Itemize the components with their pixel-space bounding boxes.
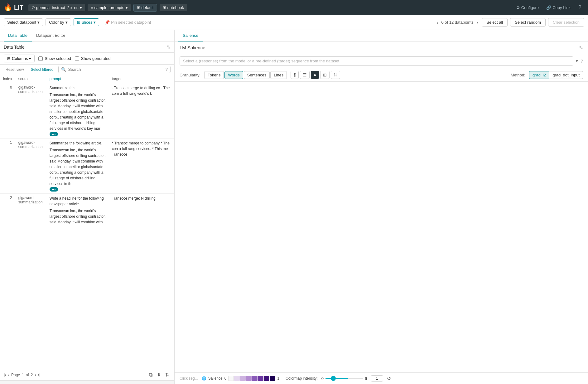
pin-datapoint-btn[interactable]: 📌 Pin selected datapoint <box>102 19 154 26</box>
dt-header: Data Table ⤡ <box>0 41 174 53</box>
select-filtered-btn[interactable]: Select filtered <box>28 66 56 73</box>
model-icon: ⊙ <box>31 5 35 10</box>
last-page-btn[interactable]: ›| <box>38 372 41 377</box>
show-generated-text: Show generated <box>81 56 111 61</box>
more-btn[interactable]: ••• <box>50 187 58 192</box>
salience-sequence-select[interactable]: Select a (response) from the model or a … <box>180 56 573 66</box>
salience-expand-btn[interactable]: ⤡ <box>579 45 583 51</box>
table-row[interactable]: 0 gigaword-summarization Summarize this.… <box>0 83 174 139</box>
flame-icon: 🔥 <box>4 3 12 12</box>
select-datapoint-btn[interactable]: Select datapoint ▾ <box>4 18 43 26</box>
col-header-source[interactable]: source <box>15 75 46 83</box>
gran-lines-btn[interactable]: Lines <box>270 71 287 79</box>
tab-data-table-label: Data Table <box>8 33 27 38</box>
nav-count-text: 0 of 12 datapoints <box>441 20 473 25</box>
show-generated-checkbox[interactable] <box>75 56 79 61</box>
select-all-label: Select all <box>486 20 503 25</box>
gran-tokens-btn[interactable]: Tokens <box>204 71 224 79</box>
salience-select-row: Select a (response) from the model or a … <box>175 54 588 68</box>
prompt-main: Write a headline for the following newsp… <box>50 196 106 207</box>
col-header-index[interactable]: index <box>0 75 15 83</box>
scale-box-2 <box>240 376 246 381</box>
download-table-btn[interactable]: ⬇ <box>156 371 162 378</box>
col-header-target[interactable]: target <box>109 75 174 83</box>
scale-box-4 <box>252 376 258 381</box>
show-selected-label[interactable]: Show selected <box>38 56 71 61</box>
table-scroll-btn[interactable]: ⇅ <box>164 371 171 378</box>
columns-btn[interactable]: ⊞ Columns ▾ <box>4 55 35 62</box>
tab-salience[interactable]: Salience <box>178 30 203 41</box>
method-grad-dot-input-btn[interactable]: grad_dot_input <box>549 71 583 79</box>
gran-sentences-btn[interactable]: Sentences <box>244 71 270 79</box>
copy-table-btn[interactable]: ⧉ <box>148 372 154 378</box>
gran-display-icons: ¶ ☰ ● ⊞ ⇅ <box>291 71 340 79</box>
dataset-selector[interactable]: ≡ sample_prompts ▾ <box>88 4 131 11</box>
cell-target: * Transoc merge to company * The con a f… <box>109 139 174 194</box>
select-random-btn[interactable]: Select random <box>510 18 546 27</box>
display-para-btn[interactable]: ¶ <box>291 71 299 79</box>
tab-datapoint-editor[interactable]: Datapoint Editor <box>32 30 70 41</box>
display-grid-btn[interactable]: ⊞ <box>320 71 330 79</box>
configure-label: Configure <box>521 5 539 10</box>
prompt-detail: Transocean inc., the world's largest off… <box>50 147 106 187</box>
next-datapoint-btn[interactable]: › <box>475 19 480 26</box>
search-input[interactable] <box>68 67 163 72</box>
colormap-intensity-slider[interactable] <box>325 378 363 379</box>
col-header-prompt[interactable]: prompt <box>46 75 109 83</box>
select-all-btn[interactable]: Select all <box>482 18 508 27</box>
h-scroll[interactable] <box>0 380 174 384</box>
salience-scale: 🌐 Salience 0 1 <box>202 376 279 381</box>
show-selected-text: Show selected <box>45 56 71 61</box>
model-selector[interactable]: ⊙ gemma_instruct_2b_en ▾ <box>28 4 85 11</box>
clear-selection-btn[interactable]: Clear selection <box>548 18 584 27</box>
dt-expand-btn[interactable]: ⤡ <box>166 44 171 50</box>
slices-btn[interactable]: ⊞ Slices ▾ <box>74 18 99 26</box>
first-page-btn[interactable]: |‹ <box>4 372 6 377</box>
show-generated-label[interactable]: Show generated <box>75 56 111 61</box>
table-row[interactable]: 2 gigaword-summarization Write a headlin… <box>0 194 174 227</box>
gran-words-btn[interactable]: Words <box>224 71 243 79</box>
columns-arrow: ▾ <box>29 56 31 61</box>
sequence-help-icon[interactable]: ? <box>581 59 583 64</box>
right-panel: Salience LM Salience ⤡ Select a (respons… <box>175 30 588 384</box>
display-lines-btn[interactable]: ☰ <box>300 71 310 79</box>
total-pages: 2 <box>31 373 33 377</box>
more-btn[interactable]: ••• <box>50 132 58 136</box>
display-adjust-btn[interactable]: ⇅ <box>331 71 340 79</box>
colormap-max: 6 <box>365 376 367 381</box>
toolbar: Select datapoint ▾ Color by ▾ ⊞ Slices ▾… <box>0 15 588 30</box>
copy-link-button[interactable]: 🔗 Copy Link <box>544 4 573 11</box>
tab-data-table[interactable]: Data Table <box>4 30 32 41</box>
table-row[interactable]: 1 gigaword-summarization Summarize the f… <box>0 139 174 194</box>
colormap-value-display: 1 <box>371 375 383 382</box>
scale-box-3 <box>246 376 252 381</box>
scale-box-7 <box>270 376 275 381</box>
sequence-dropdown-arrow[interactable]: ▾ <box>576 59 578 63</box>
show-selected-checkbox[interactable] <box>38 56 43 61</box>
method-grad-l2-btn[interactable]: grad_l2 <box>529 71 549 79</box>
gran-words-label: Words <box>228 73 239 77</box>
reset-view-btn[interactable]: Reset view <box>4 66 26 73</box>
default-btn[interactable]: ⊞ default <box>133 4 157 12</box>
target-text: Transoce merge: N drilling <box>112 196 171 201</box>
help-button[interactable]: ? <box>576 3 584 12</box>
default-label: default <box>142 5 154 10</box>
dataset-label: sample_prompts <box>94 5 124 10</box>
next-page-btn[interactable]: › <box>35 372 36 377</box>
prev-page-btn[interactable]: ‹ <box>8 372 9 377</box>
display-circle-btn[interactable]: ● <box>311 71 319 79</box>
target-text: * Transoc merge to company * The con a f… <box>112 140 171 157</box>
search-help-icon[interactable]: ? <box>166 67 168 72</box>
configure-button[interactable]: ⚙ Configure <box>514 4 541 11</box>
prev-datapoint-btn[interactable]: ‹ <box>436 19 440 26</box>
color-by-btn[interactable]: Color by ▾ <box>46 18 71 26</box>
color-by-arrow: ▾ <box>65 20 68 25</box>
salience-label: Salience <box>208 376 223 381</box>
scale-box-6 <box>264 376 269 381</box>
colormap-refresh-btn[interactable]: ↺ <box>387 376 391 382</box>
notebook-btn[interactable]: ⊞ notebook <box>160 4 187 11</box>
click-seg-text: Click seg... <box>180 376 198 381</box>
prompt-main: Summarize the following article. <box>50 140 106 146</box>
cell-index: 0 <box>0 83 15 139</box>
dataset-icon: ≡ <box>91 5 93 10</box>
